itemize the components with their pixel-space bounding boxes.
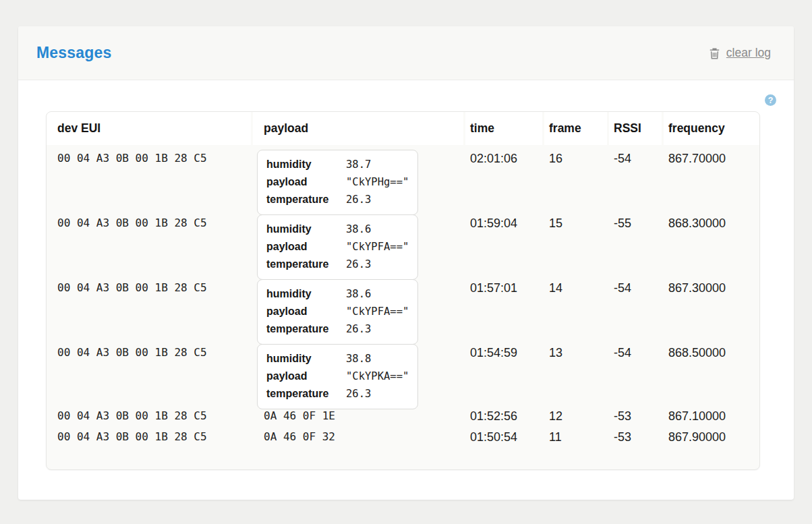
table-row: 00 04 A3 0B 00 1B 28 C5 0A 46 0F 32 01:5… [47, 425, 759, 446]
table-row: 00 04 A3 0B 00 1B 28 C5 humidity 38.6 pa… [47, 210, 759, 274]
payload-raw-value: 0A 46 0F 1E [253, 404, 463, 425]
column-header-dev-eui: dev EUI [47, 112, 251, 145]
rssi-value: -54 [609, 274, 662, 345]
dev-eui-value: 00 04 A3 0B 00 1B 28 C5 [47, 425, 251, 446]
dev-eui-value: 00 04 A3 0B 00 1B 28 C5 [47, 404, 251, 425]
table-header-row: dev EUI payload time frame RSSI frequenc… [47, 112, 759, 145]
payload-field: payload "CkYPHg==" [266, 173, 409, 191]
frame-value: 14 [544, 274, 607, 345]
column-header-rssi: RSSI [609, 112, 662, 145]
rssi-value: -55 [609, 210, 662, 280]
table-row: 00 04 A3 0B 00 1B 28 C5 0A 46 0F 1E 01:5… [47, 404, 759, 425]
card-header: Messages clear log [18, 26, 794, 80]
payload-raw-value: 0A 46 0F 32 [253, 425, 463, 446]
payload-field: humidity 38.6 [266, 221, 409, 238]
time-value: 01:57:01 [465, 274, 542, 345]
frame-value: 16 [544, 145, 607, 215]
rssi-value: -53 [609, 404, 662, 425]
frequency-value: 867.30000 [664, 274, 759, 345]
frame-value: 11 [544, 425, 607, 446]
frequency-value: 868.30000 [664, 210, 759, 280]
payload-cell: humidity 38.7 payload "CkYPHg==" tempera… [253, 145, 463, 215]
frequency-value: 868.50000 [664, 339, 759, 409]
trash-icon[interactable] [709, 47, 720, 59]
payload-field: humidity 38.8 [266, 350, 409, 368]
page-title: Messages [36, 44, 112, 62]
payload-field: payload "CkYPFA==" [266, 238, 409, 256]
time-value: 01:59:04 [465, 210, 542, 280]
time-value: 01:52:56 [465, 404, 542, 425]
payload-decoded-box: humidity 38.8 payload "CkYPKA==" tempera… [257, 344, 418, 409]
payload-field: humidity 38.7 [266, 156, 409, 173]
frequency-value: 867.70000 [664, 145, 759, 215]
payload-decoded-box: humidity 38.6 payload "CkYPFA==" tempera… [257, 214, 418, 280]
column-header-frame: frame [544, 112, 607, 145]
column-header-payload: payload [253, 112, 463, 145]
frequency-value: 867.10000 [664, 404, 759, 425]
clear-log-link[interactable]: clear log [726, 46, 771, 60]
dev-eui-value: 00 04 A3 0B 00 1B 28 C5 [47, 145, 251, 215]
payload-field: temperature 26.3 [266, 191, 409, 208]
frame-value: 15 [544, 210, 607, 280]
payload-field: temperature 26.3 [266, 256, 409, 273]
payload-field: humidity 38.6 [266, 285, 409, 303]
card-body: ? dev EUI payload time frame RSSI freque… [18, 80, 794, 499]
time-value: 01:50:54 [465, 425, 542, 446]
payload-cell: humidity 38.6 payload "CkYPFA==" tempera… [253, 210, 463, 280]
rssi-value: -53 [609, 425, 662, 446]
payload-field: temperature 26.3 [266, 385, 409, 403]
help-icon[interactable]: ? [765, 94, 776, 106]
dev-eui-value: 00 04 A3 0B 00 1B 28 C5 [47, 210, 251, 280]
table-row: 00 04 A3 0B 00 1B 28 C5 humidity 38.6 pa… [47, 274, 759, 339]
frequency-value: 867.90000 [664, 425, 759, 446]
time-value: 01:54:59 [465, 339, 542, 409]
rssi-value: -54 [609, 339, 662, 409]
payload-cell: humidity 38.6 payload "CkYPFA==" tempera… [253, 274, 463, 345]
payload-decoded-box: humidity 38.6 payload "CkYPFA==" tempera… [257, 279, 418, 345]
payload-decoded-box: humidity 38.7 payload "CkYPHg==" tempera… [257, 150, 418, 215]
dev-eui-value: 00 04 A3 0B 00 1B 28 C5 [47, 274, 251, 345]
messages-table: dev EUI payload time frame RSSI frequenc… [46, 111, 760, 470]
column-header-frequency: frequency [664, 112, 759, 145]
table-row: 00 04 A3 0B 00 1B 28 C5 humidity 38.8 pa… [47, 339, 759, 404]
payload-cell: humidity 38.8 payload "CkYPKA==" tempera… [253, 339, 463, 409]
frame-value: 13 [544, 339, 607, 409]
dev-eui-value: 00 04 A3 0B 00 1B 28 C5 [47, 339, 251, 409]
column-header-time: time [465, 112, 542, 145]
rssi-value: -54 [609, 145, 662, 215]
table-row: 00 04 A3 0B 00 1B 28 C5 humidity 38.7 pa… [47, 145, 759, 210]
messages-card: Messages clear log ? dev EUI payload [18, 26, 794, 500]
payload-field: payload "CkYPKA==" [266, 368, 409, 385]
time-value: 02:01:06 [465, 145, 542, 215]
clear-log-control[interactable]: clear log [709, 46, 771, 60]
payload-field: temperature 26.3 [266, 320, 409, 338]
payload-field: payload "CkYPFA==" [266, 303, 409, 320]
frame-value: 12 [544, 404, 607, 425]
